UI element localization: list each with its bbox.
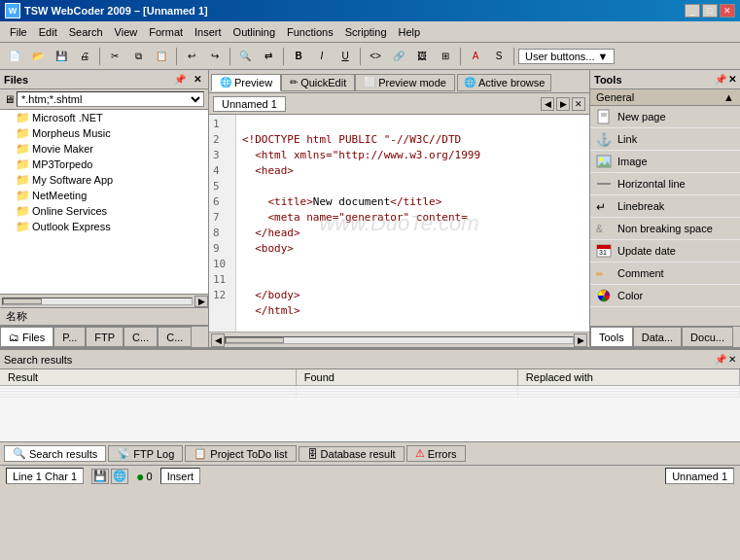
menu-view[interactable]: View: [109, 24, 144, 40]
scroll-track[interactable]: [225, 336, 574, 344]
code-content[interactable]: <!DOCTYPE html PUBLIC "-//W3C//DTD <html…: [236, 115, 589, 332]
tab-todo[interactable]: 📋 Project ToDo list: [185, 445, 296, 462]
list-item[interactable]: 📁 MP3Torpedo: [0, 157, 208, 172]
editor-scroll-right[interactable]: ▶: [556, 97, 570, 111]
tab-ftp-log[interactable]: 📡 FTP Log: [108, 445, 183, 462]
paste-button[interactable]: 📋: [151, 46, 172, 67]
files-panel-close[interactable]: ✕: [191, 74, 204, 85]
tools-item-image[interactable]: Image: [590, 151, 740, 173]
active-browse-button[interactable]: 🌐 Active browse: [457, 74, 551, 91]
editor-close[interactable]: ✕: [572, 97, 585, 111]
replace-button[interactable]: ⇄: [258, 46, 279, 67]
menu-bar: File Edit Search View Format Insert Outl…: [0, 21, 740, 43]
menu-scripting[interactable]: Scripting: [339, 24, 393, 40]
preview-mode-tab[interactable]: ⬜ Preview mode: [355, 74, 455, 91]
preview-tab[interactable]: 🌐 Preview: [211, 74, 281, 91]
tab-files[interactable]: 🗂 Files: [0, 327, 53, 347]
new-file-button[interactable]: 📄: [4, 46, 25, 67]
underline-button[interactable]: U: [335, 46, 356, 67]
menu-help[interactable]: Help: [393, 24, 427, 40]
scroll-right-arrow[interactable]: ▶: [194, 296, 208, 307]
menu-file[interactable]: File: [4, 24, 33, 40]
list-item[interactable]: 📁 NetMeeting: [0, 188, 208, 203]
code-editor[interactable]: 12345 678910 1112 <!DOCTYPE html PUBLIC …: [209, 115, 589, 332]
copy-button[interactable]: ⧉: [127, 46, 149, 67]
list-item[interactable]: 📁 My Software App: [0, 172, 208, 188]
tab-c2[interactable]: C...: [158, 327, 192, 347]
find-button[interactable]: 🔍: [234, 46, 256, 67]
menu-outlining[interactable]: Outlining: [228, 24, 281, 40]
style-button[interactable]: S: [488, 46, 510, 67]
tab-database[interactable]: 🗄 Database result: [299, 446, 405, 462]
scroll-right-arr[interactable]: ▶: [574, 333, 587, 347]
open-file-button[interactable]: 📂: [27, 46, 49, 67]
list-item[interactable]: 📁 Outlook Express: [0, 219, 208, 234]
maximize-button[interactable]: □: [702, 4, 718, 18]
table-row: [0, 395, 740, 398]
bottom-close-icon[interactable]: ✕: [728, 354, 736, 365]
italic-button[interactable]: I: [311, 46, 333, 67]
bold-button[interactable]: B: [288, 46, 309, 67]
preview-icon: 🌐: [220, 77, 231, 88]
tools-item-link[interactable]: ⚓ Link: [590, 128, 740, 151]
table-button[interactable]: ⊞: [435, 46, 456, 67]
tab-data[interactable]: Data...: [633, 327, 682, 347]
tools-item-comment[interactable]: ✏ Comment: [590, 262, 740, 285]
tab-ftp[interactable]: FTP: [86, 327, 123, 347]
scroll-left-arr[interactable]: ◀: [211, 333, 225, 347]
tools-item-linebreak[interactable]: ↵ Linebreak: [590, 195, 740, 218]
menu-format[interactable]: Format: [143, 24, 189, 40]
tab-errors[interactable]: ⚠ Errors: [406, 445, 466, 462]
menu-edit[interactable]: Edit: [33, 24, 63, 40]
svg-text:31: 31: [599, 249, 607, 256]
tab-c1[interactable]: C...: [123, 327, 158, 347]
tab-tools[interactable]: Tools: [590, 327, 633, 347]
tools-item-new-page[interactable]: New page: [590, 106, 740, 128]
tools-item-hline[interactable]: Horizontal line: [590, 173, 740, 195]
browser-status-btn[interactable]: 🌐: [111, 469, 128, 484]
save-status-btn[interactable]: 💾: [91, 469, 109, 484]
user-buttons-button[interactable]: User buttons... ▼: [518, 49, 615, 64]
tools-pin-icon[interactable]: 📌: [715, 74, 726, 85]
editor-scroll-left[interactable]: ◀: [541, 97, 554, 111]
save-button[interactable]: 💾: [51, 46, 72, 67]
tools-item-update-date[interactable]: 31 Update date: [590, 240, 740, 262]
files-panel-pin[interactable]: 📌: [171, 74, 189, 85]
quick-edit-icon: ✏: [290, 77, 298, 88]
list-item[interactable]: 📁 Online Services: [0, 203, 208, 219]
tools-item-color[interactable]: Color: [590, 285, 740, 307]
editor-h-scrollbar[interactable]: ◀ ▶: [209, 332, 589, 347]
quick-edit-tab[interactable]: ✏ QuickEdit: [281, 74, 355, 91]
list-item[interactable]: 📁 Microsoft .NET: [0, 110, 208, 125]
document-tab[interactable]: Unnamed 1: [213, 96, 286, 112]
tools-item-label: Image: [617, 156, 648, 167]
link-button[interactable]: 🔗: [388, 46, 409, 67]
list-item[interactable]: 📁 Morpheus Music: [0, 125, 208, 141]
tab-p[interactable]: P...: [53, 327, 86, 347]
menu-insert[interactable]: Insert: [189, 24, 228, 40]
menu-functions[interactable]: Functions: [281, 24, 339, 40]
tab-docu[interactable]: Docu...: [682, 327, 733, 347]
print-button[interactable]: 🖨: [74, 46, 95, 67]
cut-button[interactable]: ✂: [104, 46, 125, 67]
tree-item-label: Online Services: [32, 205, 107, 217]
color-button[interactable]: A: [465, 46, 486, 67]
close-button[interactable]: ✕: [720, 4, 735, 18]
minimize-button[interactable]: _: [685, 4, 700, 18]
file-filter-select[interactable]: *.htm;*.shtml: [17, 91, 204, 107]
green-circle: ●: [136, 469, 144, 484]
img-button[interactable]: 🖼: [411, 46, 433, 67]
status-bar: Line 1 Char 1 💾 🌐 ● 0 Insert Unnamed 1: [0, 465, 740, 486]
scroll-thumb[interactable]: [226, 337, 284, 343]
tools-section-collapse[interactable]: ▲: [723, 91, 734, 103]
tab-search-results[interactable]: 🔍 Search results: [4, 445, 106, 462]
tag-button[interactable]: <>: [365, 46, 386, 67]
tools-close-icon[interactable]: ✕: [728, 74, 736, 85]
undo-button[interactable]: ↩: [181, 46, 202, 67]
tools-item-nbsp[interactable]: & Non breaking space: [590, 218, 740, 240]
list-item[interactable]: 📁 Movie Maker: [0, 141, 208, 157]
redo-button[interactable]: ↪: [204, 46, 226, 67]
menu-search[interactable]: Search: [63, 24, 109, 40]
folder-icon: 📁: [16, 173, 30, 187]
bottom-pin-icon[interactable]: 📌: [715, 354, 726, 365]
